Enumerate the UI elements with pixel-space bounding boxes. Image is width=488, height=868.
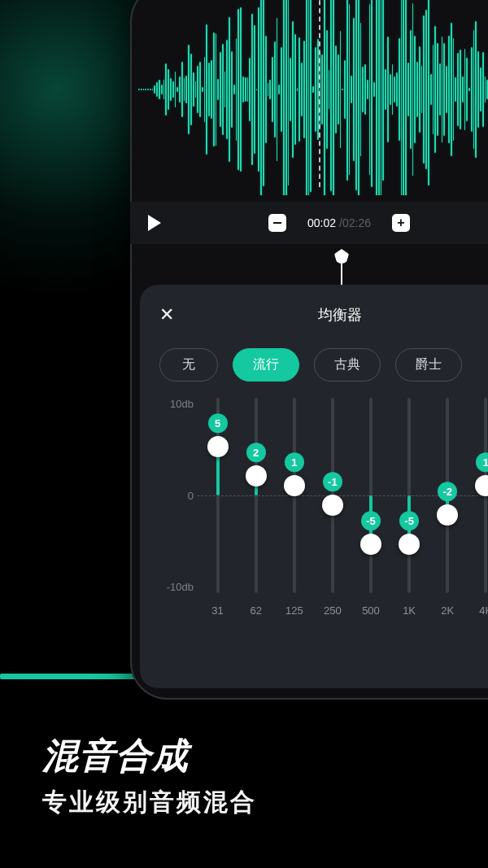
slider-thumb[interactable] — [284, 475, 305, 496]
band-31: 531 — [198, 398, 237, 634]
slider-thumb[interactable] — [437, 504, 458, 526]
slider-thumb[interactable] — [399, 534, 420, 555]
device-frame: 00:02/02:26 + ✕ 均衡器 无流行古典爵士 10db 0 -10db… — [130, 0, 488, 700]
waveform-playhead[interactable] — [319, 0, 320, 187]
slider-value-bubble: -5 — [361, 511, 381, 530]
band-freq-label: 125 — [285, 604, 303, 617]
band-slider[interactable]: -1 — [331, 398, 334, 593]
band-4K: 14K — [467, 398, 488, 634]
time-current: 00:02 — [307, 216, 336, 229]
close-icon[interactable]: ✕ — [159, 306, 174, 324]
preset-list: 无流行古典爵士 — [159, 348, 488, 382]
axis-mid: 0 — [159, 490, 194, 502]
slider-value-bubble: -5 — [399, 511, 419, 530]
axis-max: 10db — [159, 398, 194, 410]
slider-thumb[interactable] — [246, 465, 267, 486]
preset-2[interactable]: 古典 — [314, 348, 381, 382]
time-total: /02:26 — [339, 216, 371, 229]
band-slider[interactable]: 5 — [216, 398, 220, 593]
band-freq-label: 31 — [211, 604, 223, 617]
band-freq-label: 4K — [479, 604, 488, 617]
y-axis-labels: 10db 0 -10db — [159, 398, 198, 593]
slider-value-bubble: 2 — [246, 443, 266, 462]
band-500: -5500 — [351, 398, 390, 634]
band-1K: -51K — [390, 398, 429, 634]
preset-1[interactable]: 流行 — [233, 348, 299, 382]
time-display: 00:02/02:26 — [307, 216, 371, 230]
band-freq-label: 1K — [403, 604, 416, 617]
band-freq-label: 62 — [250, 604, 261, 617]
band-62: 262 — [237, 398, 275, 634]
waveform-display[interactable] — [130, 0, 488, 195]
band-freq-label: 250 — [324, 604, 342, 617]
panel-title: 均衡器 — [318, 305, 362, 325]
band-slider[interactable]: 1 — [293, 398, 296, 593]
slider-thumb[interactable] — [322, 495, 343, 516]
slider-value-bubble: -1 — [323, 472, 342, 491]
zoom-in-button[interactable]: + — [392, 214, 410, 232]
band-freq-label: 500 — [362, 604, 380, 617]
slider-thumb[interactable] — [207, 436, 229, 457]
band-125: 1125 — [275, 398, 313, 634]
slider-thumb[interactable] — [475, 475, 488, 496]
slider-value-bubble: 1 — [285, 452, 304, 472]
play-button[interactable] — [148, 215, 161, 231]
band-freq-label: 2K — [441, 604, 454, 617]
marketing-headline: 混音合成 — [42, 732, 189, 780]
band-250: -1250 — [313, 398, 351, 634]
band-slider[interactable]: -5 — [369, 398, 373, 593]
slider-value-bubble: 5 — [208, 413, 228, 433]
axis-min: -10db — [159, 581, 194, 593]
eq-slider-grid: 10db 0 -10db 5312621125-1250-5500-51K-22… — [159, 398, 488, 634]
slider-value-bubble: 1 — [476, 452, 488, 472]
marketing-subline: 专业级别音频混合 — [42, 786, 257, 819]
preset-3[interactable]: 爵士 — [395, 348, 462, 382]
equalizer-panel: ✕ 均衡器 无流行古典爵士 10db 0 -10db 5312621125-12… — [140, 285, 488, 688]
band-slider[interactable]: -5 — [407, 398, 411, 593]
band-slider[interactable]: -2 — [446, 398, 449, 593]
preset-0[interactable]: 无 — [159, 348, 218, 382]
zoom-out-button[interactable] — [268, 214, 286, 232]
band-2K: -22K — [429, 398, 467, 634]
slider-value-bubble: -2 — [438, 482, 457, 501]
slider-thumb[interactable] — [360, 534, 381, 555]
band-slider[interactable]: 2 — [255, 398, 258, 593]
transport-bar: 00:02/02:26 + — [130, 202, 488, 244]
band-slider[interactable]: 1 — [484, 398, 487, 593]
